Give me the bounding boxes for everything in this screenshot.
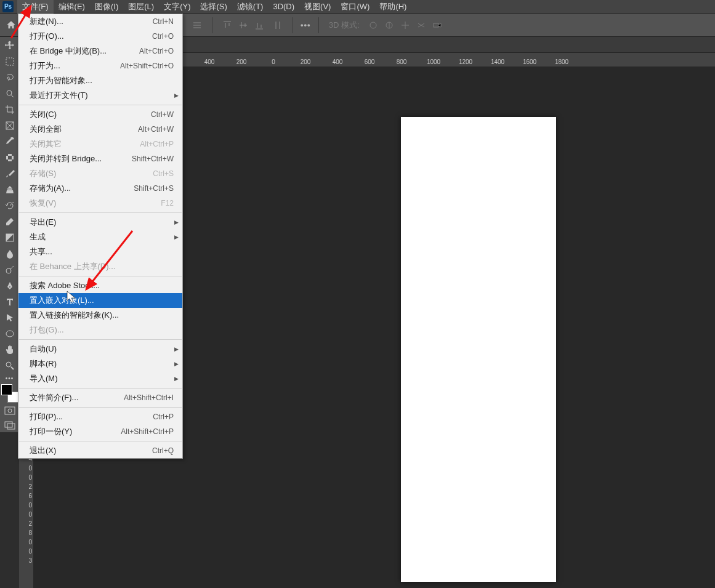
menu-item-label: 置入链接的智能对象(K)... — [30, 310, 119, 321]
app-logo: Ps — [2, 1, 14, 12]
menu-item[interactable]: 搜索 Adobe Stock... — [18, 278, 182, 293]
menu-item-shortcut: Shift+Ctrl+S — [134, 184, 174, 193]
align-top-icon[interactable] — [220, 18, 235, 33]
color-swatches[interactable] — [1, 384, 18, 403]
menu-item[interactable]: 文件简介(F)...Alt+Shift+Ctrl+I — [18, 390, 182, 405]
path-select-tool[interactable] — [2, 310, 18, 325]
roll-3d-icon[interactable] — [382, 18, 397, 33]
clone-stamp-tool[interactable] — [2, 182, 18, 197]
ruler-tick: 3 — [19, 556, 33, 565]
svg-rect-15 — [5, 407, 15, 414]
menu-item[interactable]: 新建(N)...Ctrl+N — [18, 14, 182, 29]
home-icon[interactable] — [4, 18, 18, 33]
zoom-tool[interactable] — [2, 358, 18, 373]
menu-type[interactable]: 文字(Y) — [159, 0, 195, 14]
menu-item[interactable]: 导出(E) — [18, 215, 182, 230]
menu-item[interactable]: 打开为智能对象... — [18, 73, 182, 88]
menu-item[interactable]: 退出(X)Ctrl+Q — [18, 443, 182, 458]
menu-item: 在 Behance 上共享(D)... — [18, 259, 182, 274]
frame-tool[interactable] — [2, 118, 18, 133]
quick-select-tool[interactable] — [2, 86, 18, 101]
svg-point-5 — [7, 91, 12, 95]
screenmode-icon[interactable] — [2, 419, 18, 432]
menu-item[interactable]: 关闭全部Alt+Ctrl+W — [18, 122, 182, 137]
menu-item[interactable]: 脚本(R) — [18, 356, 182, 371]
menu-item[interactable]: 在 Bridge 中浏览(B)...Alt+Ctrl+O — [18, 44, 182, 58]
slide-3d-icon[interactable] — [414, 18, 429, 33]
align-vcenter-icon[interactable] — [236, 18, 251, 33]
more-options-icon[interactable]: ••• — [301, 20, 311, 30]
ruler-tick: 800 — [386, 58, 418, 66]
menu-item-label: 共享... — [30, 246, 52, 257]
eraser-tool[interactable] — [2, 214, 18, 229]
menu-item[interactable]: 打开(O)...Ctrl+O — [18, 29, 182, 44]
file-dropdown-menu: 新建(N)...Ctrl+N打开(O)...Ctrl+O在 Bridge 中浏览… — [18, 14, 183, 459]
menu-3d[interactable]: 3D(D) — [268, 0, 299, 14]
distribute-icon[interactable] — [190, 18, 204, 33]
menu-item-label: 关闭其它 — [30, 139, 62, 150]
menubar: Ps 文件(F) 编辑(E) 图像(I) 图层(L) 文字(Y) 选择(S) 滤… — [0, 0, 715, 14]
menu-item[interactable]: 共享... — [18, 244, 182, 259]
menu-item-shortcut: Ctrl+P — [153, 413, 174, 421]
menu-separator — [19, 276, 182, 276]
ruler-tick: 2 — [19, 519, 33, 528]
lasso-tool[interactable] — [2, 70, 18, 85]
pen-tool[interactable] — [2, 278, 18, 293]
menu-item-label: 存储为(A)... — [30, 183, 71, 194]
menu-item[interactable]: 打印一份(Y)Alt+Shift+Ctrl+P — [18, 424, 182, 439]
menu-layer[interactable]: 图层(L) — [123, 0, 159, 14]
menu-item-label: 自动(U) — [30, 344, 57, 355]
menu-item[interactable]: 打印(P)...Ctrl+P — [18, 409, 182, 424]
brush-tool[interactable] — [2, 166, 18, 181]
menu-item-label: 最近打开文件(T) — [30, 90, 88, 101]
menu-file[interactable]: 文件(F) — [17, 0, 54, 14]
align-bottom-icon[interactable] — [252, 18, 267, 33]
shape-tool[interactable] — [2, 326, 18, 341]
ruler-tick: 8 — [19, 528, 33, 538]
menu-item-label: 新建(N)... — [30, 16, 63, 27]
pan-3d-icon[interactable] — [398, 18, 413, 33]
menu-filter[interactable]: 滤镜(T) — [232, 0, 269, 14]
menu-item[interactable]: 置入链接的智能对象(K)... — [18, 308, 182, 323]
menu-edit[interactable]: 编辑(E) — [54, 0, 90, 14]
crop-tool[interactable] — [2, 102, 18, 117]
menu-help[interactable]: 帮助(H) — [374, 0, 411, 14]
edit-toolbar-icon[interactable]: ••• — [2, 374, 18, 382]
marquee-tool[interactable] — [2, 54, 18, 69]
menu-item[interactable]: 关闭并转到 Bridge...Shift+Ctrl+W — [18, 151, 182, 166]
menu-select[interactable]: 选择(S) — [195, 0, 232, 14]
distribute-v-icon[interactable] — [270, 18, 285, 33]
camera-3d-icon[interactable] — [430, 18, 445, 33]
menu-window[interactable]: 窗口(W) — [336, 0, 374, 14]
orbit-3d-icon[interactable] — [366, 18, 381, 33]
menu-item-shortcut: Alt+Ctrl+W — [138, 125, 174, 134]
history-brush-tool[interactable] — [2, 198, 18, 213]
eyedropper-tool[interactable] — [2, 134, 18, 149]
menu-item[interactable]: 导入(M) — [18, 371, 182, 386]
foreground-swatch[interactable] — [1, 384, 12, 395]
menu-image[interactable]: 图像(I) — [90, 0, 123, 14]
menu-item[interactable]: 存储为(A)...Shift+Ctrl+S — [18, 181, 182, 196]
canvas-document[interactable] — [401, 117, 556, 582]
move-tool[interactable] — [2, 38, 18, 53]
blur-tool[interactable] — [2, 246, 18, 261]
dodge-tool[interactable] — [2, 262, 18, 277]
quickmask-icon[interactable] — [2, 404, 18, 417]
svg-point-12 — [6, 268, 11, 273]
gradient-tool[interactable] — [2, 230, 18, 245]
menu-item-label: 置入嵌入对象(L)... — [30, 295, 94, 306]
menu-item[interactable]: 生成 — [18, 230, 182, 244]
svg-rect-7 — [8, 154, 12, 156]
svg-rect-8 — [6, 156, 8, 159]
hand-tool[interactable] — [2, 342, 18, 357]
healing-brush-tool[interactable] — [2, 150, 18, 165]
type-tool[interactable] — [2, 294, 18, 309]
menu-item[interactable]: 打开为...Alt+Shift+Ctrl+O — [18, 58, 182, 73]
menu-item[interactable]: 关闭(C)Ctrl+W — [18, 107, 182, 122]
mode-3d-label: 3D 模式: — [326, 20, 362, 31]
menu-item[interactable]: 置入嵌入对象(L)... — [18, 293, 182, 308]
menu-view[interactable]: 视图(V) — [299, 0, 336, 14]
menu-item-shortcut: Alt+Shift+Ctrl+O — [120, 62, 174, 70]
menu-item[interactable]: 自动(U) — [18, 342, 182, 356]
menu-item[interactable]: 最近打开文件(T) — [18, 88, 182, 103]
